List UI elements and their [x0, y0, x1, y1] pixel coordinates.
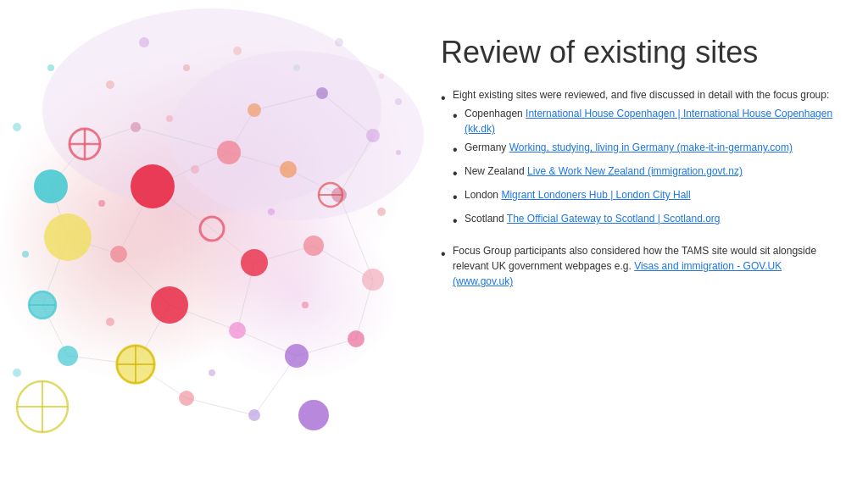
sub-bullet-dot-nz: • [453, 164, 465, 184]
svg-point-71 [377, 208, 386, 216]
svg-point-49 [217, 141, 241, 164]
bullet-text-2: Focus Group participants also considered… [453, 243, 843, 289]
sub-bullet-dot-london: • [453, 187, 465, 208]
svg-point-62 [366, 129, 380, 142]
svg-point-39 [58, 346, 78, 366]
svg-point-46 [131, 164, 175, 208]
sub-bullet-text-nz: New Zealand Live & Work New Zealand (imm… [465, 164, 743, 179]
svg-point-90 [335, 38, 343, 47]
london-prefix: London [465, 189, 501, 201]
svg-point-64 [98, 200, 105, 207]
svg-point-91 [379, 74, 384, 79]
sub-bullet-dot-copenhagen: • [453, 106, 465, 126]
sub-bullet-text-copenhagen: Copenhagen International House Copenhage… [465, 106, 843, 136]
svg-point-88 [233, 47, 242, 55]
svg-point-37 [34, 169, 68, 203]
sub-bullet-dot-scotland: • [453, 211, 465, 231]
scotland-prefix: Scotland [465, 213, 507, 225]
svg-point-74 [13, 369, 21, 377]
bullet-item-1: • Eight existing sites were reviewed, an… [441, 87, 843, 235]
svg-point-52 [303, 236, 324, 256]
bullet-item-2: • Focus Group participants also consider… [441, 243, 843, 289]
svg-point-95 [395, 98, 402, 105]
svg-point-56 [179, 391, 194, 406]
sub-bullet-copenhagen: • Copenhagen International House Copenha… [453, 106, 843, 136]
scotland-link[interactable]: The Official Gateway to Scotland | Scotl… [507, 213, 721, 225]
svg-point-40 [44, 214, 92, 261]
sub-bullet-germany: • Germany Working, studying, living in G… [453, 140, 843, 160]
sub-bullet-scotland: • Scotland The Official Gateway to Scotl… [453, 211, 843, 231]
germany-link[interactable]: Working, studying, living in Germany (ma… [509, 141, 793, 153]
svg-point-61 [316, 87, 328, 99]
svg-point-55 [285, 344, 309, 368]
svg-point-72 [396, 150, 401, 155]
copenhagen-prefix: Copenhagen [465, 108, 526, 119]
sub-bullet-london: • London Migrant Londoners Hub | London … [453, 187, 843, 208]
svg-point-73 [22, 251, 29, 258]
svg-point-47 [151, 286, 188, 324]
svg-point-66 [268, 208, 275, 215]
sub-bullet-text-london: London Migrant Londoners Hub | London Ci… [465, 187, 691, 202]
svg-point-54 [229, 322, 246, 339]
svg-point-70 [209, 369, 215, 376]
svg-point-5 [170, 51, 424, 220]
svg-point-87 [183, 64, 190, 71]
svg-point-65 [191, 165, 199, 174]
svg-point-53 [241, 249, 268, 276]
right-panel: Review of existing sites • Eight existin… [424, 0, 868, 488]
svg-point-94 [13, 123, 21, 131]
nz-prefix: New Zealand [465, 165, 527, 177]
svg-point-93 [47, 64, 54, 71]
content-area: • Eight existing sites were reviewed, an… [441, 87, 843, 297]
sub-list-1: • Copenhagen International House Copenha… [453, 106, 843, 231]
svg-point-50 [248, 103, 261, 117]
svg-point-85 [298, 400, 329, 430]
svg-point-58 [348, 330, 364, 347]
svg-point-89 [293, 64, 300, 71]
sub-bullet-text-germany: Germany Working, studying, living in Ger… [465, 140, 793, 155]
svg-point-68 [106, 318, 114, 326]
svg-point-48 [110, 246, 127, 263]
bullet-dot-2: • [441, 244, 453, 264]
svg-point-57 [248, 409, 260, 421]
svg-point-69 [302, 302, 309, 308]
svg-point-67 [166, 115, 173, 122]
slide-title: Review of existing sites [441, 34, 843, 70]
germany-prefix: Germany [465, 141, 509, 153]
sub-bullet-nz: • New Zealand Live & Work New Zealand (i… [453, 164, 843, 184]
london-link[interactable]: Migrant Londoners Hub | London City Hall [501, 189, 690, 201]
bullet-text-1-content: Eight existing sites were reviewed, and … [453, 89, 829, 101]
svg-point-86 [139, 37, 149, 47]
svg-line-35 [186, 398, 254, 415]
svg-point-59 [362, 269, 384, 291]
sub-bullet-dot-germany: • [453, 140, 465, 160]
left-panel [0, 0, 424, 488]
svg-point-92 [106, 80, 114, 89]
bullet-text-1: Eight existing sites were reviewed, and … [453, 87, 843, 235]
sub-bullet-text-scotland: Scotland The Official Gateway to Scotlan… [465, 211, 721, 226]
bullet-dot-1: • [441, 88, 453, 108]
svg-point-51 [280, 161, 297, 178]
svg-point-63 [131, 122, 141, 132]
nz-link[interactable]: Live & Work New Zealand (immigration.gov… [527, 165, 743, 177]
